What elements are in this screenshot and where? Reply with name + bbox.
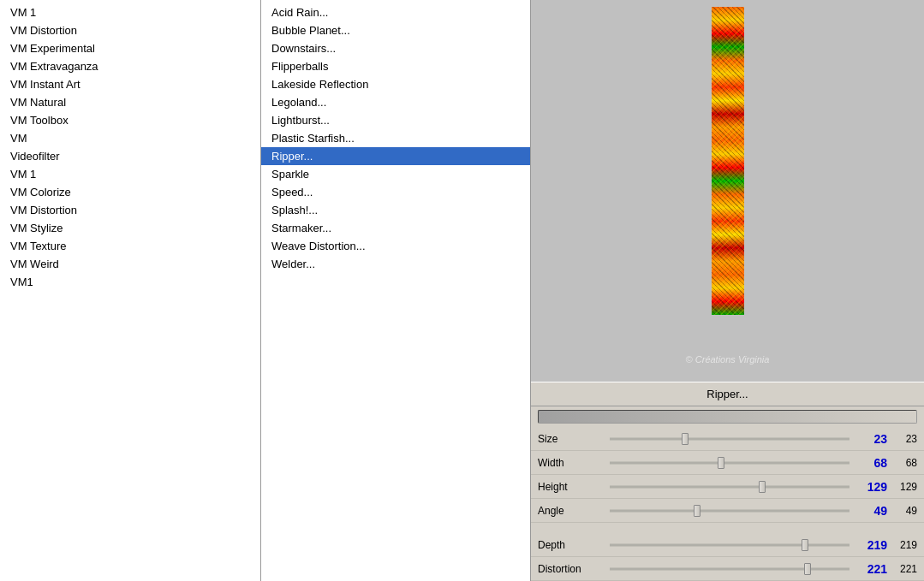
- category-item[interactable]: VM Distortion: [0, 21, 260, 39]
- control-value-blue: 129: [853, 480, 887, 494]
- category-item[interactable]: Videofilter: [0, 147, 260, 165]
- category-item[interactable]: VM Instant Art: [0, 75, 260, 93]
- plugin-item[interactable]: Weave Distortion...: [261, 237, 530, 255]
- slider-track: [610, 437, 849, 440]
- control-row: Width6868: [531, 451, 924, 475]
- slider-track: [610, 485, 849, 488]
- control-slider[interactable]: [610, 454, 849, 471]
- control-value-right: 221: [887, 563, 917, 575]
- category-item[interactable]: VM Experimental: [0, 39, 260, 57]
- category-item[interactable]: VM Texture: [0, 237, 260, 255]
- plugin-item[interactable]: Legoland...: [261, 93, 530, 111]
- control-row: Depth219219: [531, 533, 924, 557]
- control-row: Distortion221221: [531, 557, 924, 581]
- control-slider[interactable]: [610, 537, 849, 554]
- category-item[interactable]: VM 1: [0, 165, 260, 183]
- control-value-blue: 219: [853, 538, 887, 552]
- slider-thumb[interactable]: [804, 563, 811, 575]
- category-list: VM 1VM DistortionVM ExperimentalVM Extra…: [0, 0, 260, 294]
- slider-thumb[interactable]: [802, 539, 808, 551]
- preview-image: [712, 7, 744, 315]
- slider-thumb[interactable]: [682, 433, 689, 445]
- middle-panel: Acid Rain...Bubble Planet...Downstairs..…: [261, 0, 531, 581]
- category-item[interactable]: VM 1: [0, 3, 260, 21]
- plugin-item[interactable]: Flipperballs: [261, 57, 530, 75]
- control-value-blue: 68: [853, 456, 887, 470]
- plugin-item[interactable]: Splash!...: [261, 201, 530, 219]
- control-slider[interactable]: [610, 478, 849, 495]
- plugin-item[interactable]: Acid Rain...: [261, 3, 530, 21]
- slider-thumb[interactable]: [718, 457, 724, 469]
- plugin-item[interactable]: Starmaker...: [261, 219, 530, 237]
- left-panel: VM 1VM DistortionVM ExperimentalVM Extra…: [0, 0, 261, 581]
- filter-title: Ripper...: [706, 388, 748, 400]
- control-value-blue: 221: [853, 562, 887, 576]
- plugin-list: Acid Rain...Bubble Planet...Downstairs..…: [261, 0, 530, 276]
- control-row: Angle4949: [531, 499, 924, 523]
- filter-title-bar: Ripper...: [531, 382, 924, 406]
- plugin-item[interactable]: Lakeside Reflection: [261, 75, 530, 93]
- plugin-item[interactable]: Lightburst...: [261, 111, 530, 129]
- control-label: Height: [538, 481, 606, 493]
- control-value-right: 129: [887, 481, 917, 493]
- control-label: Distortion: [538, 563, 606, 575]
- category-item[interactable]: VM Colorize: [0, 183, 260, 201]
- slider-bar[interactable]: [538, 410, 917, 424]
- control-slider[interactable]: [610, 502, 849, 519]
- category-item[interactable]: VM Extravaganza: [0, 57, 260, 75]
- category-item[interactable]: VM1: [0, 273, 260, 291]
- category-item[interactable]: VM: [0, 129, 260, 147]
- preview-area: © Créations Virginia: [531, 0, 924, 382]
- slider-thumb[interactable]: [694, 505, 700, 517]
- separator: [531, 523, 924, 533]
- right-panel: © Créations Virginia Ripper... Size2323W…: [531, 0, 924, 581]
- control-row: Height129129: [531, 475, 924, 499]
- control-value-right: 219: [887, 539, 917, 551]
- control-row: Size2323: [531, 427, 924, 451]
- slider-track: [610, 461, 849, 464]
- plugin-item[interactable]: Downstairs...: [261, 39, 530, 57]
- plugin-item[interactable]: Speed...: [261, 183, 530, 201]
- category-item[interactable]: VM Stylize: [0, 219, 260, 237]
- category-item[interactable]: VM Distortion: [0, 201, 260, 219]
- slider-track: [610, 543, 849, 546]
- controls-area: Size2323Width6868Height129129Angle4949: [531, 427, 924, 523]
- slider-thumb[interactable]: [759, 481, 766, 493]
- control-label: Depth: [538, 539, 606, 551]
- category-item[interactable]: VM Natural: [0, 93, 260, 111]
- control-slider[interactable]: [610, 430, 849, 448]
- control-value-right: 49: [887, 505, 917, 517]
- slider-track: [610, 509, 849, 512]
- plugin-item[interactable]: Sparkle: [261, 165, 530, 183]
- control-value-right: 23: [887, 433, 917, 445]
- category-item[interactable]: VM Weird: [0, 255, 260, 273]
- plugin-item[interactable]: Plastic Starfish...: [261, 129, 530, 147]
- slider-track: [610, 567, 849, 570]
- control-label: Width: [538, 457, 606, 469]
- category-item[interactable]: VM Toolbox: [0, 111, 260, 129]
- main-container: VM 1VM DistortionVM ExperimentalVM Extra…: [0, 0, 924, 581]
- control-value-blue: 49: [853, 504, 887, 518]
- plugin-item[interactable]: Ripper...: [261, 147, 530, 165]
- control-value-right: 68: [887, 457, 917, 469]
- plugin-item[interactable]: Welder...: [261, 255, 530, 273]
- control-label: Size: [538, 433, 606, 445]
- watermark: © Créations Virginia: [686, 354, 770, 365]
- control-value-blue: 23: [853, 432, 887, 446]
- plugin-item[interactable]: Bubble Planet...: [261, 21, 530, 39]
- controls-area-2: Depth219219Distortion221221: [531, 533, 924, 581]
- control-label: Angle: [538, 505, 606, 517]
- control-slider[interactable]: [610, 560, 849, 578]
